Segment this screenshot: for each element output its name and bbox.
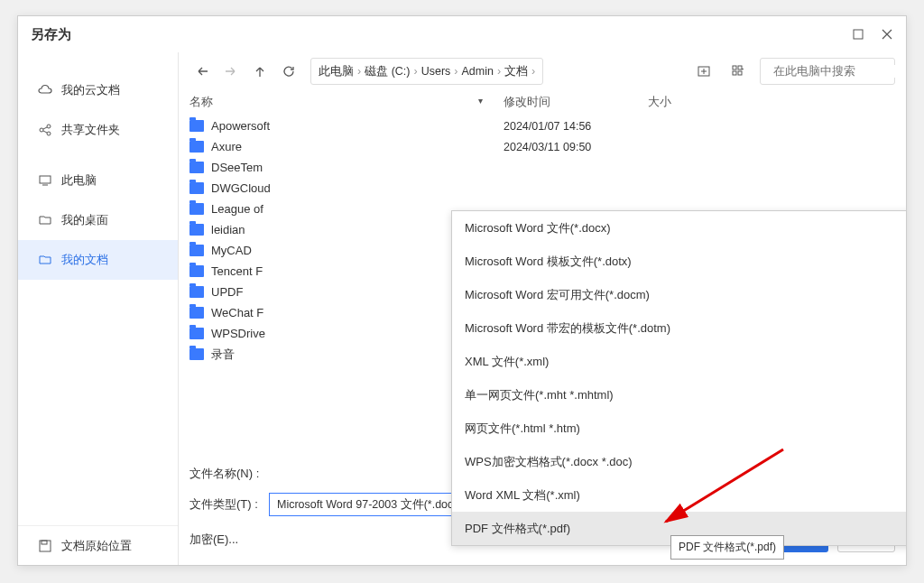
filetype-label: 文件类型(T) : [189,496,260,513]
filename-label: 文件名称(N) : [189,466,260,482]
file-date: 2024/01/07 14:56 [504,120,648,133]
file-name: Tencent F [211,264,263,278]
close-icon[interactable] [881,28,893,41]
maximize-icon[interactable] [852,28,864,41]
svg-rect-9 [738,66,742,69]
folder-icon [189,348,204,360]
search-box[interactable] [760,58,895,85]
refresh-icon[interactable] [276,59,301,84]
file-name: Axure [211,140,242,153]
share-icon [38,123,52,137]
main-panel: 此电脑› 磁盘 (C:)› Users› Admin› 文档› 名称 [179,52,906,565]
file-date: 2024/03/11 09:50 [504,141,648,153]
up-icon[interactable] [247,59,273,84]
encrypt-link[interactable]: 加密(E)... [189,532,238,548]
filetype-dropdown: Microsoft Word 文件(*.docx)Microsoft Word … [451,210,906,546]
table-row[interactable]: Axure2024/03/11 09:50 [189,136,895,157]
breadcrumb[interactable]: 此电脑› 磁盘 (C:)› Users› Admin› 文档› [310,58,543,85]
sidebar-item-documents[interactable]: 我的文档 [18,240,178,280]
dropdown-item[interactable]: WPS加密文档格式(*.docx *.doc) [452,445,906,478]
sidebar-item-label: 我的云文档 [61,82,120,98]
sidebar-item-label: 共享文件夹 [61,122,120,138]
dropdown-item[interactable]: Microsoft Word 带宏的模板文件(*.dotm) [452,311,906,345]
file-name: WPSDrive [211,327,265,340]
back-icon[interactable] [189,59,215,84]
sidebar-item-desktop[interactable]: 我的桌面 [18,200,178,240]
file-name: leidian [211,223,245,236]
dropdown-item[interactable]: Microsoft Word 宏可用文件(*.docm) [452,278,906,311]
file-name: MyCAD [211,244,252,257]
folder-icon [189,307,204,319]
dropdown-item[interactable]: XML 文件(*.xml) [452,345,906,378]
breadcrumb-seg[interactable]: Users [421,65,451,78]
sidebar-item-original[interactable]: 文档原始位置 [18,525,178,565]
col-date[interactable]: 修改时间 [504,95,648,110]
svg-rect-10 [733,71,736,75]
svg-rect-4 [40,176,51,183]
folder-icon [189,286,204,298]
toolbar: 此电脑› 磁盘 (C:)› Users› Admin› 文档› [179,52,906,90]
folder-icon [189,182,204,194]
save-as-dialog: 另存为 我的云文档 共享文件夹 此电脑 我的桌面 我的文档 文档原始位置 此电脑… [17,15,907,566]
breadcrumb-seg[interactable]: 文档 [504,64,528,79]
sidebar-item-cloud[interactable]: 我的云文档 [18,70,178,110]
filetype-value: Microsoft Word 97-2003 文件(*.doc) [277,497,457,513]
folder-icon [38,213,52,227]
file-name: DWGCloud [211,181,271,195]
breadcrumb-seg[interactable]: 磁盘 (C:) [365,64,410,79]
folder-icon [38,253,52,267]
file-name: UPDF [211,285,243,299]
svg-point-2 [47,125,51,128]
folder-icon [189,162,204,173]
view-icon[interactable] [725,59,751,84]
file-name: Apowersoft [211,119,270,133]
folder-icon [189,328,204,339]
svg-rect-0 [854,30,863,39]
sidebar: 我的云文档 共享文件夹 此电脑 我的桌面 我的文档 文档原始位置 [18,52,179,565]
sidebar-item-computer[interactable]: 此电脑 [18,161,178,200]
computer-icon [38,173,52,188]
dialog-title: 另存为 [31,26,71,43]
sidebar-item-shared[interactable]: 共享文件夹 [18,110,178,150]
breadcrumb-seg[interactable]: Admin [461,65,493,78]
file-name: League of [211,202,263,216]
table-row[interactable]: DWGCloud [189,178,895,199]
sidebar-item-label: 文档原始位置 [61,538,132,554]
titlebar: 另存为 [18,16,906,52]
file-name: WeChat F [211,306,263,319]
new-folder-icon[interactable] [691,59,716,84]
table-row[interactable]: Apowersoft2024/01/07 14:56 [189,116,895,136]
file-name: DSeeTem [211,161,263,174]
breadcrumb-seg[interactable]: 此电脑 [319,64,354,79]
tooltip: PDF 文件格式(*.pdf) [670,535,784,560]
search-input[interactable] [773,65,906,78]
file-name: 录音 [211,347,235,363]
dropdown-item[interactable]: Microsoft Word 文件(*.docx) [452,211,906,245]
dropdown-item[interactable]: Microsoft Word 模板文件(*.dotx) [452,245,906,278]
sidebar-item-label: 此电脑 [61,172,97,189]
table-row[interactable]: DSeeTem [189,157,895,178]
dropdown-item[interactable]: Word XML 文档(*.xml) [452,478,906,512]
col-size[interactable]: 大小 [648,95,720,110]
svg-rect-11 [738,71,742,75]
column-headers: 名称 修改时间 大小 [179,90,906,116]
sidebar-item-label: 我的桌面 [61,212,108,228]
folder-icon [189,203,204,215]
svg-rect-6 [42,541,47,544]
folder-icon [189,224,204,236]
dropdown-item[interactable]: 单一网页文件(*.mht *.mhtml) [452,378,906,412]
folder-icon [189,265,204,277]
folder-icon [189,141,204,153]
svg-rect-8 [733,66,736,69]
folder-icon [189,245,204,256]
col-name[interactable]: 名称 [189,95,504,110]
svg-point-3 [47,132,51,135]
cloud-icon [38,83,52,97]
forward-icon[interactable] [218,59,244,84]
sidebar-item-label: 我的文档 [61,252,108,268]
folder-icon [189,120,204,132]
save-icon [38,539,52,553]
dropdown-item[interactable]: 网页文件(*.html *.htm) [452,412,906,445]
svg-point-1 [40,128,43,132]
